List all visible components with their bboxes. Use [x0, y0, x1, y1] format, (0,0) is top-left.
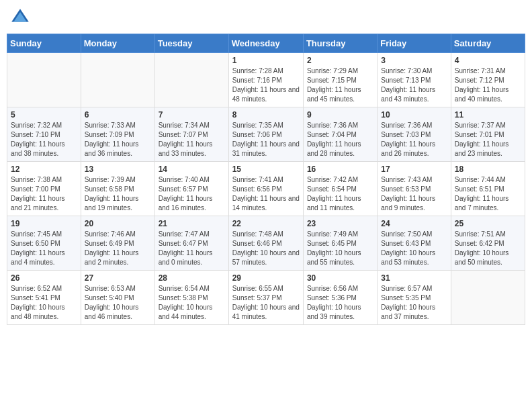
day-number: 19 — [11, 219, 77, 228]
day-number: 18 — [455, 165, 521, 174]
calendar-table: SundayMondayTuesdayWednesdayThursdayFrid… — [7, 34, 525, 325]
day-number: 6 — [85, 110, 151, 120]
calendar-cell: 27Sunrise: 6:53 AMSunset: 5:40 PMDayligh… — [81, 271, 154, 325]
calendar-week-5: 26Sunrise: 6:52 AMSunset: 5:41 PMDayligh… — [7, 271, 525, 325]
calendar-cell: 6Sunrise: 7:33 AMSunset: 7:09 PMDaylight… — [81, 107, 154, 162]
day-number: 30 — [307, 273, 373, 283]
day-number: 5 — [11, 110, 77, 120]
calendar-cell: 10Sunrise: 7:36 AMSunset: 7:03 PMDayligh… — [378, 107, 451, 162]
calendar-cell: 28Sunrise: 6:54 AMSunset: 5:38 PMDayligh… — [154, 271, 228, 325]
day-number: 9 — [307, 110, 373, 120]
day-number: 12 — [11, 165, 77, 174]
calendar-header-saturday: Saturday — [451, 34, 525, 53]
day-info: Sunrise: 7:36 AMSunset: 7:03 PMDaylight:… — [381, 121, 447, 158]
day-number: 7 — [159, 110, 225, 120]
calendar-cell: 16Sunrise: 7:42 AMSunset: 6:54 PMDayligh… — [303, 162, 377, 216]
day-number: 27 — [85, 273, 151, 283]
day-info: Sunrise: 7:30 AMSunset: 7:13 PMDaylight:… — [381, 66, 447, 104]
day-number: 15 — [232, 165, 300, 174]
day-number: 31 — [381, 273, 447, 283]
calendar-cell — [451, 271, 525, 325]
day-number: 20 — [85, 219, 151, 228]
calendar-cell — [81, 53, 154, 107]
day-number: 25 — [455, 219, 521, 228]
calendar-cell: 1Sunrise: 7:28 AMSunset: 7:16 PMDaylight… — [228, 53, 303, 107]
calendar-cell: 31Sunrise: 6:57 AMSunset: 5:35 PMDayligh… — [378, 271, 451, 325]
calendar-cell: 30Sunrise: 6:56 AMSunset: 5:36 PMDayligh… — [303, 271, 377, 325]
logo — [9, 7, 34, 28]
calendar-cell: 12Sunrise: 7:38 AMSunset: 7:00 PMDayligh… — [7, 162, 81, 216]
calendar-cell — [154, 53, 228, 107]
day-info: Sunrise: 7:34 AMSunset: 7:07 PMDaylight:… — [159, 121, 225, 158]
calendar-cell: 23Sunrise: 7:49 AMSunset: 6:45 PMDayligh… — [303, 216, 377, 271]
calendar-cell: 29Sunrise: 6:55 AMSunset: 5:37 PMDayligh… — [228, 271, 303, 325]
day-info: Sunrise: 7:50 AMSunset: 6:43 PMDaylight:… — [381, 230, 447, 267]
day-number: 28 — [159, 273, 225, 283]
day-info: Sunrise: 7:28 AMSunset: 7:16 PMDaylight:… — [232, 66, 300, 104]
page-header — [7, 7, 525, 28]
calendar-header-monday: Monday — [81, 34, 154, 53]
day-number: 2 — [307, 56, 373, 65]
day-info: Sunrise: 7:32 AMSunset: 7:10 PMDaylight:… — [11, 121, 77, 158]
day-number: 16 — [307, 165, 373, 174]
day-number: 1 — [232, 56, 300, 65]
day-info: Sunrise: 7:39 AMSunset: 6:58 PMDaylight:… — [85, 175, 151, 213]
day-info: Sunrise: 7:37 AMSunset: 7:01 PMDaylight:… — [455, 121, 521, 158]
calendar-week-3: 12Sunrise: 7:38 AMSunset: 7:00 PMDayligh… — [7, 162, 525, 216]
day-number: 11 — [455, 110, 521, 120]
day-info: Sunrise: 7:40 AMSunset: 6:57 PMDaylight:… — [159, 175, 225, 213]
calendar-cell: 26Sunrise: 6:52 AMSunset: 5:41 PMDayligh… — [7, 271, 81, 325]
calendar-week-2: 5Sunrise: 7:32 AMSunset: 7:10 PMDaylight… — [7, 107, 525, 162]
day-number: 26 — [11, 273, 77, 283]
day-info: Sunrise: 7:46 AMSunset: 6:49 PMDaylight:… — [85, 230, 151, 267]
calendar-header-tuesday: Tuesday — [154, 34, 228, 53]
day-info: Sunrise: 6:54 AMSunset: 5:38 PMDaylight:… — [159, 284, 225, 322]
day-info: Sunrise: 7:47 AMSunset: 6:47 PMDaylight:… — [159, 230, 225, 267]
calendar-cell: 25Sunrise: 7:51 AMSunset: 6:42 PMDayligh… — [451, 216, 525, 271]
calendar-cell: 17Sunrise: 7:43 AMSunset: 6:53 PMDayligh… — [378, 162, 451, 216]
day-info: Sunrise: 7:48 AMSunset: 6:46 PMDaylight:… — [232, 230, 300, 267]
day-number: 29 — [232, 273, 300, 283]
day-info: Sunrise: 7:36 AMSunset: 7:04 PMDaylight:… — [307, 121, 373, 158]
calendar-cell: 4Sunrise: 7:31 AMSunset: 7:12 PMDaylight… — [451, 53, 525, 107]
calendar-cell: 19Sunrise: 7:45 AMSunset: 6:50 PMDayligh… — [7, 216, 81, 271]
calendar-header-wednesday: Wednesday — [228, 34, 303, 53]
calendar-cell: 22Sunrise: 7:48 AMSunset: 6:46 PMDayligh… — [228, 216, 303, 271]
day-number: 10 — [381, 110, 447, 120]
calendar-header-thursday: Thursday — [303, 34, 377, 53]
calendar-cell: 9Sunrise: 7:36 AMSunset: 7:04 PMDaylight… — [303, 107, 377, 162]
calendar-week-1: 1Sunrise: 7:28 AMSunset: 7:16 PMDaylight… — [7, 53, 525, 107]
calendar-cell: 3Sunrise: 7:30 AMSunset: 7:13 PMDaylight… — [378, 53, 451, 107]
day-info: Sunrise: 7:44 AMSunset: 6:51 PMDaylight:… — [455, 175, 521, 213]
calendar-cell — [7, 53, 81, 107]
calendar-cell: 24Sunrise: 7:50 AMSunset: 6:43 PMDayligh… — [378, 216, 451, 271]
day-number: 3 — [381, 56, 447, 65]
day-number: 22 — [232, 219, 300, 228]
day-number: 13 — [85, 165, 151, 174]
calendar-header-friday: Friday — [378, 34, 451, 53]
day-info: Sunrise: 7:49 AMSunset: 6:45 PMDaylight:… — [307, 230, 373, 267]
day-number: 21 — [159, 219, 225, 228]
calendar-cell: 18Sunrise: 7:44 AMSunset: 6:51 PMDayligh… — [451, 162, 525, 216]
day-info: Sunrise: 7:35 AMSunset: 7:06 PMDaylight:… — [232, 121, 300, 158]
day-info: Sunrise: 7:45 AMSunset: 6:50 PMDaylight:… — [11, 230, 77, 267]
calendar-cell: 14Sunrise: 7:40 AMSunset: 6:57 PMDayligh… — [154, 162, 228, 216]
day-info: Sunrise: 7:31 AMSunset: 7:12 PMDaylight:… — [455, 66, 521, 104]
calendar-cell: 21Sunrise: 7:47 AMSunset: 6:47 PMDayligh… — [154, 216, 228, 271]
day-info: Sunrise: 7:33 AMSunset: 7:09 PMDaylight:… — [85, 121, 151, 158]
calendar-cell: 8Sunrise: 7:35 AMSunset: 7:06 PMDaylight… — [228, 107, 303, 162]
day-info: Sunrise: 6:52 AMSunset: 5:41 PMDaylight:… — [11, 284, 77, 322]
day-number: 14 — [159, 165, 225, 174]
day-number: 4 — [455, 56, 521, 65]
day-info: Sunrise: 6:55 AMSunset: 5:37 PMDaylight:… — [232, 284, 300, 322]
day-info: Sunrise: 7:51 AMSunset: 6:42 PMDaylight:… — [455, 230, 521, 267]
day-number: 8 — [232, 110, 300, 120]
day-info: Sunrise: 7:29 AMSunset: 7:15 PMDaylight:… — [307, 66, 373, 104]
day-info: Sunrise: 6:57 AMSunset: 5:35 PMDaylight:… — [381, 284, 447, 322]
calendar-cell: 5Sunrise: 7:32 AMSunset: 7:10 PMDaylight… — [7, 107, 81, 162]
calendar-cell: 11Sunrise: 7:37 AMSunset: 7:01 PMDayligh… — [451, 107, 525, 162]
calendar-header-sunday: Sunday — [7, 34, 81, 53]
calendar-cell: 7Sunrise: 7:34 AMSunset: 7:07 PMDaylight… — [154, 107, 228, 162]
day-info: Sunrise: 7:38 AMSunset: 7:00 PMDaylight:… — [11, 175, 77, 213]
day-info: Sunrise: 6:53 AMSunset: 5:40 PMDaylight:… — [85, 284, 151, 322]
